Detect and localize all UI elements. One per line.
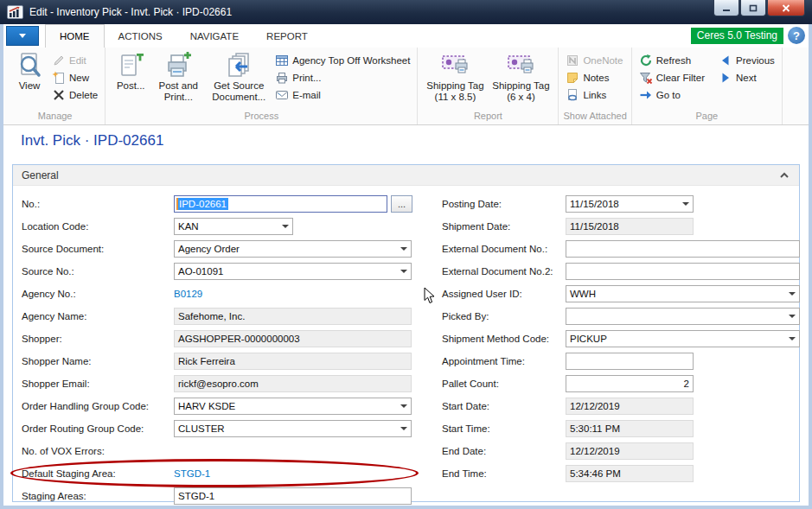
- start-date-label: Start Date:: [442, 401, 566, 411]
- field-row: No. of VOX Errors:: [22, 440, 424, 462]
- tab-navigate[interactable]: NAVIGATE: [176, 24, 253, 48]
- staging-areas-label: Staging Areas:: [22, 491, 174, 501]
- field-row: Agency No.: B0129: [22, 283, 424, 305]
- dropdown-caret-icon[interactable]: [400, 404, 407, 408]
- page-title: Invt. Pick · IPD-02661: [21, 132, 163, 150]
- ribbon-group-page: Refresh Clear Filter: [632, 48, 783, 124]
- order-routing-label: Order Routing Group Code:: [22, 423, 174, 434]
- help-icon[interactable]: ?: [788, 27, 805, 44]
- get-source-document-button[interactable]: Get Source Document...: [205, 49, 272, 110]
- default-staging-area-link[interactable]: STGD-1: [174, 468, 210, 479]
- no-field[interactable]: IPD-02661: [174, 195, 387, 213]
- source-document-field[interactable]: Agency Order: [174, 240, 412, 258]
- post-and-print-button[interactable]: Post and Print...: [151, 49, 205, 110]
- view-button[interactable]: View: [10, 49, 49, 110]
- order-handling-label: Order Handling Group Code:: [22, 401, 174, 411]
- field-row: Shopper Email: rickf@esopro.com: [22, 372, 424, 395]
- field-row: External Document No.2:: [442, 260, 801, 283]
- post-button[interactable]: Post...: [110, 49, 151, 110]
- field-row: Source Document: Agency Order: [22, 238, 424, 260]
- pallet-count-field[interactable]: 2: [566, 375, 694, 392]
- group-caption-report: Report: [422, 110, 553, 124]
- dropdown-caret-icon[interactable]: [400, 427, 407, 430]
- shipping-tag-6x4-button[interactable]: Shipping Tag (6 x 4): [488, 49, 553, 110]
- posting-date-field[interactable]: 11/15/2018: [566, 195, 694, 213]
- agency-top-off-worksheet-button[interactable]: Agency Top Off Worksheet: [272, 52, 412, 69]
- window-controls: [713, 0, 805, 16]
- email-button[interactable]: E-mail: [272, 86, 412, 104]
- close-button[interactable]: [767, 0, 805, 16]
- tab-actions[interactable]: ACTIONS: [105, 24, 176, 48]
- window-body: HOME ACTIONS NAVIGATE REPORT Ceres 5.0 T…: [0, 24, 812, 509]
- restore-button[interactable]: [740, 0, 766, 16]
- dropdown-caret-icon[interactable]: [682, 202, 689, 206]
- agency-no-label: Agency No.:: [22, 289, 174, 299]
- show-attached-small-buttons: OneNote Notes: [563, 49, 625, 110]
- manage-small-buttons: Edit New: [49, 49, 100, 110]
- dropdown-caret-icon[interactable]: [789, 292, 796, 296]
- end-time-field: 5:34:46 PM: [566, 465, 694, 482]
- order-routing-group-code-field[interactable]: CLUSTER: [174, 420, 412, 437]
- end-time-label: End Time:: [442, 468, 566, 479]
- shopper-email-label: Shopper Email:: [22, 379, 174, 389]
- location-code-field[interactable]: KAN: [174, 218, 293, 235]
- notes-button[interactable]: Notes: [563, 69, 625, 86]
- picked-by-field[interactable]: [566, 308, 800, 325]
- staging-areas-field[interactable]: STGD-1: [174, 487, 412, 505]
- dropdown-caret-icon[interactable]: [789, 337, 796, 340]
- shipment-method-code-field[interactable]: PICKUP: [566, 330, 800, 347]
- agency-no-link[interactable]: B0129: [174, 289, 202, 299]
- agency-name-label: Agency Name:: [22, 311, 174, 321]
- shipment-method-code-label: Shipment Method Code:: [442, 334, 566, 344]
- assigned-user-id-label: Assigned User ID:: [442, 289, 566, 299]
- shipment-date-field: 11/15/2018: [566, 218, 694, 235]
- previous-button[interactable]: Previous: [716, 52, 777, 69]
- delete-button[interactable]: Delete: [49, 86, 100, 104]
- shipping-tag-11x85-button[interactable]: Shipping Tag (11 x 8.5): [422, 49, 488, 110]
- field-row: End Date: 12/12/2019: [442, 440, 801, 462]
- minimize-button[interactable]: [713, 0, 739, 16]
- post-icon: [117, 52, 144, 80]
- group-caption-process: Process: [110, 110, 412, 124]
- ribbon-tabs: HOME ACTIONS NAVIGATE REPORT: [45, 24, 322, 48]
- next-button[interactable]: Next: [716, 69, 777, 86]
- field-row: Staging Areas: STGD-1: [22, 485, 424, 507]
- field-row: No.: IPD-02661 ...: [22, 193, 424, 215]
- posting-date-label: Posting Date:: [442, 199, 566, 209]
- assigned-user-id-field[interactable]: WWH: [566, 285, 800, 302]
- dropdown-caret-icon[interactable]: [282, 225, 289, 228]
- tab-report[interactable]: REPORT: [253, 24, 322, 48]
- field-row: Default Staging Area: STGD-1: [22, 462, 424, 485]
- go-to-icon: [639, 88, 653, 102]
- field-row: Agency Name: Safehome, Inc.: [22, 305, 424, 328]
- environment-badge: Ceres 5.0 Testing: [691, 28, 783, 44]
- collapse-chevron-icon[interactable]: [778, 169, 790, 181]
- application-menu-button[interactable]: [6, 26, 39, 46]
- no-value: IPD-02661: [178, 198, 228, 210]
- worksheet-icon: [275, 54, 289, 67]
- general-fasttab-header[interactable]: General: [13, 165, 799, 186]
- links-button[interactable]: Links: [563, 86, 625, 104]
- appointment-time-field[interactable]: [566, 353, 694, 370]
- tab-home[interactable]: HOME: [45, 24, 105, 48]
- go-to-button[interactable]: Go to: [636, 86, 707, 104]
- dropdown-caret-icon[interactable]: [400, 270, 407, 273]
- clear-filter-button[interactable]: Clear Filter: [636, 69, 707, 86]
- refresh-button[interactable]: Refresh: [636, 52, 707, 69]
- app-icon: [7, 5, 23, 19]
- print-button[interactable]: Print...: [272, 69, 412, 86]
- field-row: Start Time: 5:30:11 PM: [442, 417, 801, 440]
- external-document-no2-field[interactable]: [566, 263, 800, 280]
- no-lookup-button[interactable]: ...: [391, 195, 412, 213]
- dropdown-caret-icon[interactable]: [789, 315, 796, 318]
- field-row: Source No.: AO-01091: [22, 260, 424, 283]
- new-button[interactable]: New: [49, 69, 100, 86]
- links-icon: [566, 88, 579, 102]
- edit-icon: [52, 54, 66, 67]
- source-no-field[interactable]: AO-01091: [174, 263, 412, 280]
- order-handling-group-code-field[interactable]: HARV KSDE: [174, 398, 412, 415]
- dropdown-caret-icon[interactable]: [400, 247, 407, 251]
- refresh-icon: [639, 54, 653, 67]
- ribbon: View Edit: [3, 48, 809, 125]
- external-document-no-field[interactable]: [566, 240, 800, 258]
